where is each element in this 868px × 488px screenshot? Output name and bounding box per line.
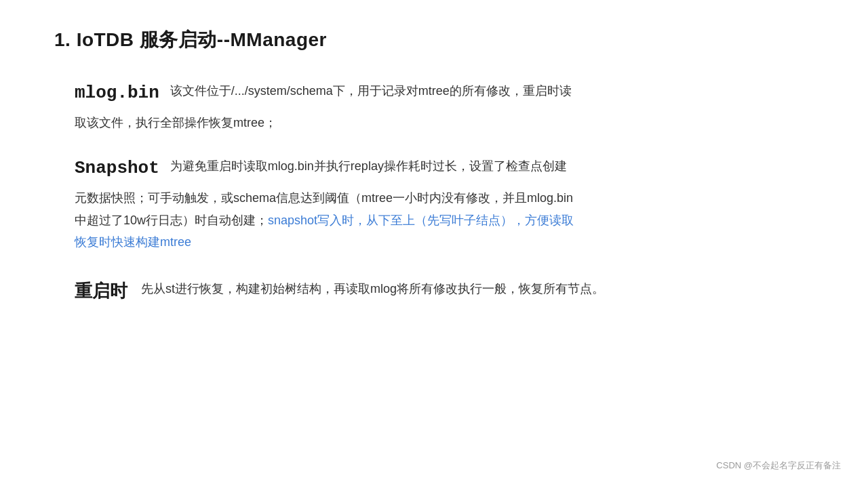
restart-row: 重启时 先从st进行恢复，构建初始树结构，再读取mlog将所有修改执行一般，恢复…: [75, 278, 814, 304]
snapshot-link[interactable]: snapshot写入时，从下至上（先写叶子结点），方便读取: [268, 214, 574, 227]
mlog-row: mlog.bin 该文件位于/.../system/schema下，用于记录对m…: [75, 80, 814, 106]
mlog-term: mlog.bin: [75, 80, 159, 106]
restart-description: 先从st进行恢复，构建初始树结构，再读取mlog将所有修改执行一般，恢复所有节点…: [141, 278, 814, 300]
mlog-description-line1: 该文件位于/.../system/schema下，用于记录对mtree的所有修改…: [170, 80, 814, 102]
page-title: 1. IoTDB 服务启动--MManager: [54, 27, 814, 53]
snapshot-term: Snapshot: [75, 155, 159, 182]
page-container: 1. IoTDB 服务启动--MManager mlog.bin 该文件位于/.…: [0, 0, 868, 488]
snapshot-description-part1: 为避免重启时读取mlog.bin并执行replay操作耗时过长，设置了检查点创建: [170, 155, 814, 177]
restart-section: 重启时 先从st进行恢复，构建初始树结构，再读取mlog将所有修改执行一般，恢复…: [75, 278, 814, 304]
snapshot-description-part3-row: 中超过了10w行日志）时自动创建；snapshot写入时，从下至上（先写叶子结点…: [75, 209, 814, 231]
snapshot-row: Snapshot 为避免重启时读取mlog.bin并执行replay操作耗时过长…: [75, 155, 814, 182]
snapshot-link-cont-row: 恢复时快速构建mtree: [75, 231, 814, 253]
mlog-section: mlog.bin 该文件位于/.../system/schema下，用于记录对m…: [75, 80, 814, 134]
mlog-description-line2: 取该文件，执行全部操作恢复mtree；: [75, 112, 814, 134]
restart-term: 重启时: [75, 278, 127, 304]
footer-text: CSDN @不会起名字反正有备注: [716, 460, 841, 472]
snapshot-section: Snapshot 为避免重启时读取mlog.bin并执行replay操作耗时过长…: [75, 155, 814, 253]
content-area: mlog.bin 该文件位于/.../system/schema下，用于记录对m…: [54, 80, 814, 304]
snapshot-link-continuation[interactable]: 恢复时快速构建mtree: [75, 235, 191, 249]
snapshot-description-part2: 元数据快照；可手动触发，或schema信息达到阈值（mtree一小时内没有修改，…: [75, 187, 814, 209]
snapshot-description-part3: 中超过了10w行日志）时自动创建；: [75, 214, 268, 227]
